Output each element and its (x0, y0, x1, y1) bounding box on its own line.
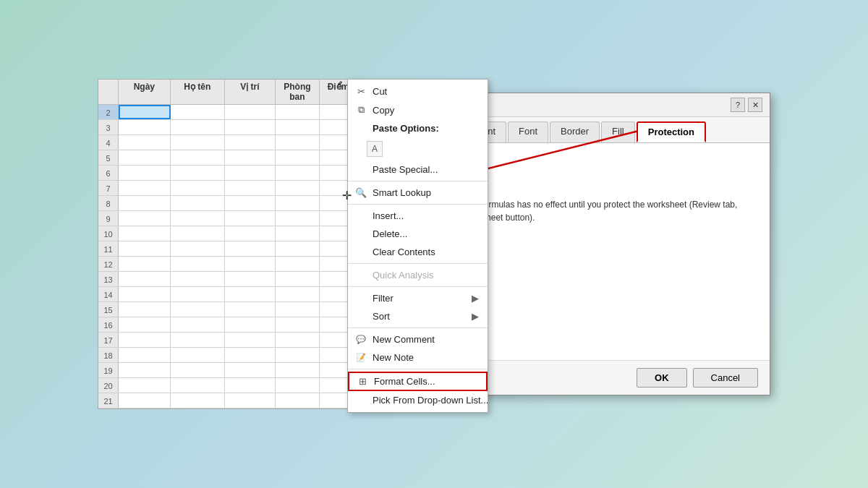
sheet-row-18[interactable]: 18 (98, 348, 357, 363)
ctx-sep-2 (348, 204, 488, 205)
sheet-row-10[interactable]: 10 (98, 226, 357, 241)
cell-2-phong[interactable] (276, 105, 320, 119)
ctx-new-note-label: New Note (373, 352, 414, 363)
ctx-pick-dropdown-label: Pick From Drop-down List... (373, 395, 488, 406)
sort-arrow-icon: ▶ (472, 311, 479, 322)
ctx-delete[interactable]: Delete... (348, 225, 488, 243)
col-header-ngay: Ngày (119, 80, 171, 104)
tab-protection[interactable]: Protection (637, 121, 706, 142)
spreadsheet: Ngày Họ tên Vị trí Phòng ban Điểm 2 3 4 … (98, 79, 358, 409)
ctx-new-comment-label: New Comment (373, 334, 435, 345)
sheet-row-7[interactable]: 7 (98, 181, 357, 196)
dialog-close-btn[interactable]: ✕ (748, 98, 762, 112)
ctx-copy-label: Copy (373, 105, 394, 116)
ctx-delete-label: Delete... (373, 228, 407, 239)
sheet-row-20[interactable]: 20 (98, 378, 357, 393)
ctx-cut[interactable]: ✂ Cut (348, 82, 488, 100)
ok-button[interactable]: OK (637, 368, 687, 388)
ctx-format-cells[interactable]: ⊞ Format Cells... (348, 372, 488, 391)
tab-fill[interactable]: Fill (601, 121, 635, 142)
ctx-sep-4 (348, 286, 488, 287)
sheet-row-5[interactable]: 5 (98, 150, 357, 166)
ctx-cut-label: Cut (373, 86, 387, 97)
row-num-2: 2 (98, 105, 119, 119)
filter-arrow-icon: ▶ (472, 293, 479, 304)
ctx-copy[interactable]: ⧉ Copy (348, 100, 488, 119)
ctx-paste-special[interactable]: Paste Special... (348, 160, 488, 179)
sheet-row-12[interactable]: 12 (98, 257, 357, 272)
dialog-help-btn[interactable]: ? (731, 98, 745, 112)
sheet-row-13[interactable]: 13 (98, 272, 357, 287)
sheet-row-17[interactable]: 17 (98, 333, 357, 348)
sheet-row-2[interactable]: 2 (98, 105, 357, 120)
sheet-row-8[interactable]: 8 (98, 196, 357, 211)
ctx-sep-3 (348, 263, 488, 264)
col-header-ho: Họ tên (171, 80, 225, 104)
cut-icon: ✂ (355, 86, 367, 97)
sheet-row-9[interactable]: 9 (98, 211, 357, 226)
ctx-filter[interactable]: Filter ▶ (348, 289, 488, 307)
tab-border[interactable]: Border (550, 121, 600, 142)
context-menu: ✂ Cut ⧉ Copy Paste Options: A Paste Spec… (347, 79, 488, 413)
ctx-new-note[interactable]: 📝 New Note (348, 348, 488, 367)
cell-2-vi[interactable] (225, 105, 276, 119)
ctx-filter-label: Filter (373, 293, 393, 304)
ctx-paste-options: Paste Options: (348, 119, 488, 137)
left-panel: Ngày Họ tên Vị trí Phòng ban Điểm 2 3 4 … (98, 79, 358, 409)
ctx-pick-dropdown[interactable]: Pick From Drop-down List... (348, 391, 488, 409)
sheet-header-row: Ngày Họ tên Vị trí Phòng ban Điểm (98, 80, 357, 105)
tab-font[interactable]: Font (508, 121, 548, 142)
ctx-quick-analysis: Quick Analysis (348, 266, 488, 284)
ctx-smart-lookup[interactable]: 🔍 Smart Lookup (348, 184, 488, 202)
ctx-insert-label: Insert... (373, 210, 404, 221)
sheet-row-14[interactable]: 14 (98, 287, 357, 302)
ctx-paste-options-label: Paste Options: (373, 123, 439, 134)
cancel-button[interactable]: Cancel (693, 368, 758, 388)
note-icon: 📝 (355, 353, 367, 362)
sheet-row-16[interactable]: 16 (98, 317, 357, 333)
ctx-clear-contents[interactable]: Clear Contents (348, 243, 488, 261)
copy-icon: ⧉ (355, 104, 367, 116)
cell-2-ngay[interactable] (119, 105, 171, 119)
ctx-sep-6 (348, 369, 488, 369)
ctx-smart-lookup-label: Smart Lookup (373, 187, 431, 198)
col-header-vi: Vị trí (225, 80, 276, 104)
ctx-clear-contents-label: Clear Contents (373, 247, 435, 257)
ctx-sep-5 (348, 328, 488, 328)
sheet-row-19[interactable]: 19 (98, 363, 357, 378)
comment-icon: 💬 (355, 335, 367, 344)
ctx-paste-special-label: Paste Special... (373, 164, 438, 175)
sheet-row-3[interactable]: 3 (98, 120, 357, 135)
ctx-sort-label: Sort (373, 311, 390, 322)
format-cells-icon: ⊞ (357, 376, 368, 387)
cell-2-ho[interactable] (171, 105, 225, 119)
col-header-phong: Phòng ban (276, 80, 320, 104)
row-num-header (98, 80, 119, 104)
ctx-sort[interactable]: Sort ▶ (348, 307, 488, 325)
ctx-format-cells-label: Format Cells... (374, 376, 435, 387)
dialog-window-controls: ? ✕ (731, 98, 762, 112)
sheet-row-15[interactable]: 15 (98, 302, 357, 317)
crosshair-icon: ✛ (342, 189, 352, 202)
ctx-sep-1 (348, 181, 488, 181)
sheet-row-21[interactable]: 21 (98, 393, 357, 408)
ctx-quick-analysis-label: Quick Analysis (373, 270, 434, 281)
ctx-new-comment[interactable]: 💬 New Comment (348, 330, 488, 348)
ctx-paste-icon-row[interactable]: A (348, 137, 488, 160)
ctx-insert[interactable]: Insert... (348, 207, 488, 225)
sheet-row-4[interactable]: 4 (98, 135, 357, 150)
paste-icon-box-1[interactable]: A (367, 141, 383, 157)
search-icon: 🔍 (355, 187, 367, 198)
sheet-row-11[interactable]: 11 (98, 241, 357, 257)
sheet-row-6[interactable]: 6 (98, 166, 357, 181)
